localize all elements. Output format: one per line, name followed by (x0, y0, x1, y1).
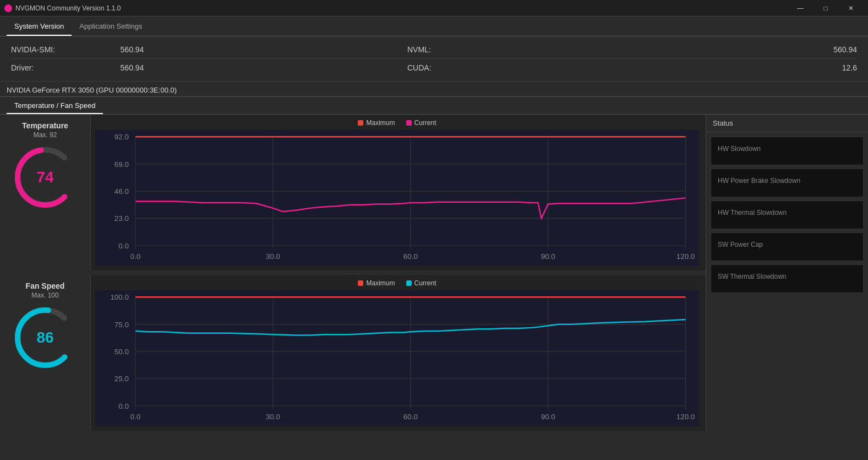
fan-speed-section: Fan Speed Max. 100 86 (0, 275, 706, 431)
temperature-gauge-area: Temperature Max. 92 74 (0, 115, 91, 270)
system-info: NVIDIA-SMI: 560.94 NVML: 560.94 Driver: … (0, 36, 868, 82)
titlebar-controls: — □ ✕ (788, 0, 864, 17)
svg-text:0.0: 0.0 (130, 413, 141, 421)
tab-application-settings[interactable]: Application Settings (72, 18, 150, 36)
titlebar-left: NVGMON Community Version 1.1.0 (4, 4, 121, 12)
temperature-chart-svg: 92.0 69.0 46.0 23.0 0.0 0.0 30.0 60.0 90… (95, 130, 699, 266)
temperature-value: 74 (36, 169, 53, 186)
status-sw-power-cap-label: SW Power Cap (718, 241, 763, 248)
svg-text:0.0: 0.0 (118, 402, 129, 410)
sysinfo-divider (11, 58, 857, 59)
status-sw-thermal-label: SW Thermal Slowdown (718, 273, 787, 280)
svg-text:60.0: 60.0 (403, 252, 418, 261)
status-item-hw-thermal: HW Thermal Slowdown (711, 201, 864, 229)
temperature-title: Temperature (22, 121, 68, 130)
fan-title: Fan Speed (26, 282, 65, 290)
fan-gauge-area: Fan Speed Max. 100 86 (0, 275, 91, 431)
fan-max-dot (358, 280, 363, 286)
svg-text:30.0: 30.0 (266, 413, 280, 421)
gpu-header: NVIDIA GeForce RTX 3050 (GPU 00000000:3E… (0, 82, 868, 97)
driver-value: 560.94 (77, 63, 187, 72)
nvidia-smi-value: 560.94 (77, 45, 187, 54)
fan-legend-current: Current (406, 279, 436, 287)
status-panel: Status HW Slowdown HW Power Brake Slowdo… (706, 115, 868, 431)
nvgmon-icon (4, 4, 12, 12)
cuda-label: CUDA: (407, 63, 490, 72)
fan-chart-svg-wrap: 100.0 75.0 50.0 25.0 0.0 0.0 30.0 60.0 9… (95, 290, 699, 426)
titlebar: NVGMON Community Version 1.1.0 — □ ✕ (0, 0, 868, 17)
close-button[interactable]: ✕ (838, 0, 864, 17)
status-hw-thermal-label: HW Thermal Slowdown (718, 209, 787, 217)
charts-and-status: Temperature Max. 92 74 (0, 115, 868, 431)
status-item-hw-slowdown: HW Slowdown (711, 137, 864, 165)
temperature-chart-area: Maximum Current (91, 115, 706, 270)
fan-current-label: Current (414, 279, 436, 287)
temp-legend-current: Current (406, 119, 436, 127)
temperature-max: Max. 92 (34, 131, 57, 139)
svg-text:120.0: 120.0 (676, 252, 695, 261)
status-hw-power-brake-label: HW Power Brake Slowdown (718, 177, 800, 185)
fan-max: Max. 100 (31, 291, 58, 299)
svg-text:0.0: 0.0 (130, 252, 141, 261)
charts-column: Temperature Max. 92 74 (0, 115, 706, 431)
minimize-button[interactable]: — (788, 0, 813, 17)
svg-text:50.0: 50.0 (114, 348, 129, 356)
fan-chart-area: Maximum Current (91, 275, 706, 431)
gpu-tabs: Temperature / Fan Speed (0, 97, 868, 115)
top-tabs: System Version Application Settings (0, 17, 868, 36)
fan-current-dot (406, 280, 412, 286)
svg-text:90.0: 90.0 (541, 252, 555, 261)
svg-text:90.0: 90.0 (541, 413, 555, 421)
nvml-label: NVML: (407, 45, 490, 54)
svg-text:46.0: 46.0 (114, 187, 129, 196)
temp-legend-max: Maximum (358, 119, 395, 127)
temperature-chart-svg-wrap: 92.0 69.0 46.0 23.0 0.0 0.0 30.0 60.0 90… (95, 130, 699, 266)
fan-value: 86 (36, 329, 53, 347)
svg-text:69.0: 69.0 (114, 160, 129, 169)
svg-text:30.0: 30.0 (266, 252, 280, 261)
driver-label: Driver: (11, 63, 77, 72)
svg-text:120.0: 120.0 (676, 413, 695, 421)
nvml-value: 560.94 (833, 45, 857, 54)
fan-chart-svg: 100.0 75.0 50.0 25.0 0.0 0.0 30.0 60.0 9… (95, 290, 699, 426)
fan-legend-max: Maximum (358, 279, 395, 287)
gpu-name: NVIDIA GeForce RTX 3050 (GPU 00000000:3E… (7, 86, 177, 94)
gpu-tab-temp-fan[interactable]: Temperature / Fan Speed (7, 98, 103, 114)
temperature-gauge: 74 (12, 144, 78, 210)
tab-system-version[interactable]: System Version (7, 18, 72, 36)
titlebar-title: NVGMON Community Version 1.1.0 (15, 4, 121, 12)
status-hw-slowdown-label: HW Slowdown (718, 145, 761, 153)
temp-current-dot (406, 120, 412, 126)
sysinfo-row-driver: Driver: 560.94 CUDA: 12.6 (11, 60, 857, 75)
temperature-legend: Maximum Current (95, 119, 699, 127)
svg-text:100.0: 100.0 (110, 293, 129, 301)
svg-text:75.0: 75.0 (114, 320, 129, 328)
status-item-sw-power-cap: SW Power Cap (711, 232, 864, 261)
fan-gauge: 86 (12, 305, 78, 371)
status-items: HW Slowdown HW Power Brake Slowdown HW T… (706, 132, 868, 431)
svg-text:23.0: 23.0 (114, 214, 129, 223)
maximize-button[interactable]: □ (813, 0, 838, 17)
svg-text:25.0: 25.0 (114, 375, 129, 383)
temp-current-label: Current (414, 119, 436, 127)
status-item-hw-power-brake: HW Power Brake Slowdown (711, 169, 864, 197)
resizer-temp-fan[interactable]: ...... (0, 270, 706, 275)
svg-text:60.0: 60.0 (403, 413, 418, 421)
status-item-sw-thermal: SW Thermal Slowdown (711, 264, 864, 293)
temp-max-label: Maximum (366, 119, 395, 127)
fan-legend: Maximum Current (95, 279, 699, 287)
svg-text:0.0: 0.0 (118, 242, 129, 250)
temp-max-dot (358, 120, 363, 126)
cuda-value: 12.6 (842, 63, 857, 72)
gpu-content: NVIDIA GeForce RTX 3050 (GPU 00000000:3E… (0, 82, 868, 431)
svg-text:92.0: 92.0 (114, 133, 129, 141)
status-header: Status (706, 115, 868, 132)
fan-max-label: Maximum (366, 279, 395, 287)
sysinfo-row-nvidia-smi: NVIDIA-SMI: 560.94 NVML: 560.94 (11, 42, 857, 57)
nvidia-smi-label: NVIDIA-SMI: (11, 45, 77, 54)
temperature-section: Temperature Max. 92 74 (0, 115, 706, 270)
